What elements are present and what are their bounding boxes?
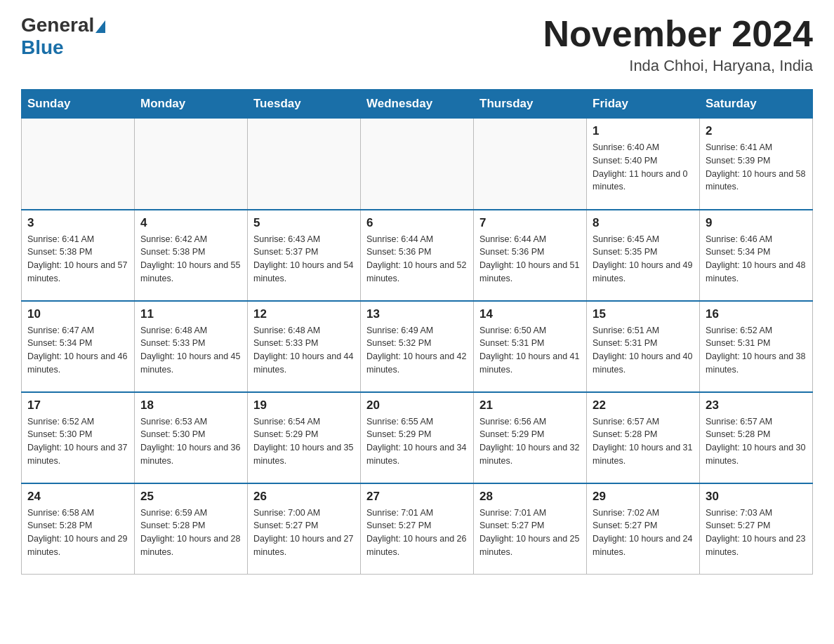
day-info: Sunrise: 6:48 AM Sunset: 5:33 PM Dayligh… bbox=[140, 324, 241, 377]
day-info: Sunrise: 6:53 AM Sunset: 5:30 PM Dayligh… bbox=[140, 415, 241, 468]
day-info: Sunrise: 6:45 AM Sunset: 5:35 PM Dayligh… bbox=[593, 233, 694, 286]
calendar-cell bbox=[22, 119, 135, 210]
day-number: 28 bbox=[479, 490, 581, 504]
day-info: Sunrise: 6:47 AM Sunset: 5:34 PM Dayligh… bbox=[27, 324, 128, 377]
calendar-cell: 18Sunrise: 6:53 AM Sunset: 5:30 PM Dayli… bbox=[135, 392, 248, 483]
column-header-saturday: Saturday bbox=[700, 90, 813, 119]
location-text: Inda Chhoi, Haryana, India bbox=[543, 57, 813, 75]
day-number: 23 bbox=[706, 398, 807, 412]
calendar-week-5: 24Sunrise: 6:58 AM Sunset: 5:28 PM Dayli… bbox=[22, 483, 813, 575]
calendar-cell: 7Sunrise: 6:44 AM Sunset: 5:36 PM Daylig… bbox=[474, 210, 587, 301]
calendar-cell bbox=[248, 119, 361, 210]
calendar-cell: 5Sunrise: 6:43 AM Sunset: 5:37 PM Daylig… bbox=[248, 210, 361, 301]
title-section: November 2024 Inda Chhoi, Haryana, India bbox=[543, 14, 813, 75]
day-info: Sunrise: 7:01 AM Sunset: 5:27 PM Dayligh… bbox=[366, 507, 468, 559]
calendar-cell bbox=[135, 119, 248, 210]
calendar-cell: 23Sunrise: 6:57 AM Sunset: 5:28 PM Dayli… bbox=[700, 392, 813, 483]
calendar-cell bbox=[474, 119, 587, 210]
day-info: Sunrise: 7:01 AM Sunset: 5:27 PM Dayligh… bbox=[479, 507, 581, 559]
day-info: Sunrise: 6:59 AM Sunset: 5:28 PM Dayligh… bbox=[140, 507, 241, 559]
column-header-monday: Monday bbox=[135, 90, 248, 119]
calendar-cell: 20Sunrise: 6:55 AM Sunset: 5:29 PM Dayli… bbox=[361, 392, 474, 483]
day-number: 24 bbox=[27, 490, 128, 504]
calendar-cell bbox=[361, 119, 474, 210]
day-info: Sunrise: 6:46 AM Sunset: 5:34 PM Dayligh… bbox=[706, 233, 807, 286]
calendar-week-2: 3Sunrise: 6:41 AM Sunset: 5:38 PM Daylig… bbox=[22, 210, 813, 301]
logo-arrow-icon bbox=[95, 20, 105, 33]
calendar-cell: 16Sunrise: 6:52 AM Sunset: 5:31 PM Dayli… bbox=[700, 301, 813, 392]
calendar-week-1: 1Sunrise: 6:40 AM Sunset: 5:40 PM Daylig… bbox=[22, 119, 813, 210]
calendar-cell: 27Sunrise: 7:01 AM Sunset: 5:27 PM Dayli… bbox=[361, 483, 474, 575]
day-number: 10 bbox=[27, 307, 128, 321]
calendar-cell: 30Sunrise: 7:03 AM Sunset: 5:27 PM Dayli… bbox=[700, 483, 813, 575]
calendar-cell: 13Sunrise: 6:49 AM Sunset: 5:32 PM Dayli… bbox=[361, 301, 474, 392]
day-number: 27 bbox=[366, 490, 468, 504]
day-number: 17 bbox=[27, 398, 128, 412]
day-info: Sunrise: 6:41 AM Sunset: 5:39 PM Dayligh… bbox=[706, 141, 807, 194]
calendar-cell: 25Sunrise: 6:59 AM Sunset: 5:28 PM Dayli… bbox=[135, 483, 248, 575]
logo-blue-text: Blue bbox=[21, 36, 64, 59]
day-number: 29 bbox=[593, 490, 694, 504]
month-title: November 2024 bbox=[543, 14, 813, 54]
day-info: Sunrise: 6:48 AM Sunset: 5:33 PM Dayligh… bbox=[253, 324, 355, 377]
calendar-cell: 28Sunrise: 7:01 AM Sunset: 5:27 PM Dayli… bbox=[474, 483, 587, 575]
day-number: 18 bbox=[140, 398, 241, 412]
day-info: Sunrise: 6:43 AM Sunset: 5:37 PM Dayligh… bbox=[253, 233, 355, 286]
day-info: Sunrise: 6:55 AM Sunset: 5:29 PM Dayligh… bbox=[366, 415, 468, 468]
day-info: Sunrise: 6:44 AM Sunset: 5:36 PM Dayligh… bbox=[479, 233, 581, 286]
day-number: 8 bbox=[593, 216, 694, 230]
day-number: 14 bbox=[479, 307, 581, 321]
calendar-cell: 12Sunrise: 6:48 AM Sunset: 5:33 PM Dayli… bbox=[248, 301, 361, 392]
day-info: Sunrise: 6:51 AM Sunset: 5:31 PM Dayligh… bbox=[593, 324, 694, 377]
column-header-wednesday: Wednesday bbox=[361, 90, 474, 119]
day-number: 19 bbox=[253, 398, 355, 412]
day-info: Sunrise: 6:50 AM Sunset: 5:31 PM Dayligh… bbox=[479, 324, 581, 377]
day-number: 9 bbox=[706, 216, 807, 230]
day-number: 3 bbox=[27, 216, 128, 230]
column-header-sunday: Sunday bbox=[22, 90, 135, 119]
day-number: 11 bbox=[140, 307, 241, 321]
column-header-thursday: Thursday bbox=[474, 90, 587, 119]
day-number: 7 bbox=[479, 216, 581, 230]
calendar-cell: 10Sunrise: 6:47 AM Sunset: 5:34 PM Dayli… bbox=[22, 301, 135, 392]
calendar-cell: 24Sunrise: 6:58 AM Sunset: 5:28 PM Dayli… bbox=[22, 483, 135, 575]
calendar-cell: 11Sunrise: 6:48 AM Sunset: 5:33 PM Dayli… bbox=[135, 301, 248, 392]
logo: General Blue bbox=[21, 14, 107, 59]
page-header: General Blue November 2024 Inda Chhoi, H… bbox=[21, 14, 813, 75]
day-number: 15 bbox=[593, 307, 694, 321]
calendar-week-3: 10Sunrise: 6:47 AM Sunset: 5:34 PM Dayli… bbox=[22, 301, 813, 392]
logo-general-text: General bbox=[21, 14, 94, 36]
calendar-cell: 14Sunrise: 6:50 AM Sunset: 5:31 PM Dayli… bbox=[474, 301, 587, 392]
calendar-cell: 8Sunrise: 6:45 AM Sunset: 5:35 PM Daylig… bbox=[587, 210, 700, 301]
day-info: Sunrise: 6:58 AM Sunset: 5:28 PM Dayligh… bbox=[27, 507, 128, 559]
calendar-week-4: 17Sunrise: 6:52 AM Sunset: 5:30 PM Dayli… bbox=[22, 392, 813, 483]
day-info: Sunrise: 7:00 AM Sunset: 5:27 PM Dayligh… bbox=[253, 507, 355, 559]
day-number: 13 bbox=[366, 307, 468, 321]
day-number: 16 bbox=[706, 307, 807, 321]
calendar-cell: 26Sunrise: 7:00 AM Sunset: 5:27 PM Dayli… bbox=[248, 483, 361, 575]
day-number: 5 bbox=[253, 216, 355, 230]
day-info: Sunrise: 6:52 AM Sunset: 5:30 PM Dayligh… bbox=[27, 415, 128, 468]
calendar-cell: 21Sunrise: 6:56 AM Sunset: 5:29 PM Dayli… bbox=[474, 392, 587, 483]
day-number: 1 bbox=[593, 124, 694, 138]
day-number: 4 bbox=[140, 216, 241, 230]
day-info: Sunrise: 7:02 AM Sunset: 5:27 PM Dayligh… bbox=[593, 507, 694, 559]
calendar-cell: 2Sunrise: 6:41 AM Sunset: 5:39 PM Daylig… bbox=[700, 119, 813, 210]
day-info: Sunrise: 6:54 AM Sunset: 5:29 PM Dayligh… bbox=[253, 415, 355, 468]
calendar-cell: 17Sunrise: 6:52 AM Sunset: 5:30 PM Dayli… bbox=[22, 392, 135, 483]
day-info: Sunrise: 6:40 AM Sunset: 5:40 PM Dayligh… bbox=[593, 141, 694, 194]
calendar-cell: 22Sunrise: 6:57 AM Sunset: 5:28 PM Dayli… bbox=[587, 392, 700, 483]
day-number: 22 bbox=[593, 398, 694, 412]
calendar-cell: 6Sunrise: 6:44 AM Sunset: 5:36 PM Daylig… bbox=[361, 210, 474, 301]
day-info: Sunrise: 6:56 AM Sunset: 5:29 PM Dayligh… bbox=[479, 415, 581, 468]
day-info: Sunrise: 6:41 AM Sunset: 5:38 PM Dayligh… bbox=[27, 233, 128, 286]
calendar-cell: 15Sunrise: 6:51 AM Sunset: 5:31 PM Dayli… bbox=[587, 301, 700, 392]
calendar-cell: 29Sunrise: 7:02 AM Sunset: 5:27 PM Dayli… bbox=[587, 483, 700, 575]
column-header-tuesday: Tuesday bbox=[248, 90, 361, 119]
day-number: 30 bbox=[706, 490, 807, 504]
day-number: 25 bbox=[140, 490, 241, 504]
calendar-cell: 3Sunrise: 6:41 AM Sunset: 5:38 PM Daylig… bbox=[22, 210, 135, 301]
day-info: Sunrise: 6:57 AM Sunset: 5:28 PM Dayligh… bbox=[706, 415, 807, 468]
calendar-header-row: SundayMondayTuesdayWednesdayThursdayFrid… bbox=[22, 90, 813, 119]
calendar-cell: 19Sunrise: 6:54 AM Sunset: 5:29 PM Dayli… bbox=[248, 392, 361, 483]
